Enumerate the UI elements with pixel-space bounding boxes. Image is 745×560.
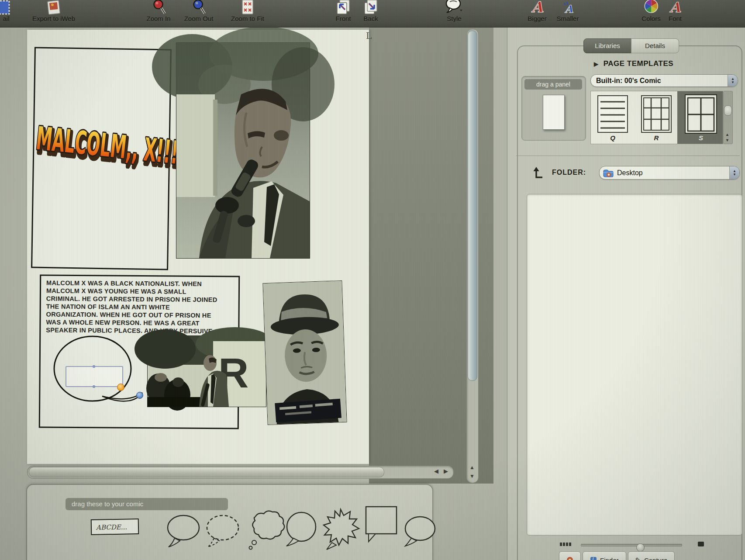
sidebar-divider: [516, 156, 740, 156]
horizontal-scrollbar-thumb[interactable]: [29, 467, 384, 477]
toolbar-button-zoom-to-fit[interactable]: Zoom to Fit: [231, 0, 264, 23]
dashed-ellipse-balloon-shape[interactable]: [203, 512, 243, 552]
toolbar-button-email[interactable]: ail: [0, 0, 12, 23]
iphoto-icon: [566, 557, 573, 560]
starburst-balloon-shape[interactable]: [319, 507, 362, 550]
toolbar-label: Style: [447, 15, 461, 23]
comic-page[interactable]: MALCOLM,, X!!!!! MALCOLM,, X!!!!!: [27, 30, 369, 464]
mini-scroll-down-icon[interactable]: ▼: [725, 138, 729, 142]
stepper-icon[interactable]: ▲ ▼: [728, 75, 738, 86]
scroll-right-icon[interactable]: ▶: [444, 468, 448, 474]
toolbar-label: Font: [669, 15, 682, 23]
ellipse-balloon-shape-2[interactable]: [281, 510, 321, 550]
template-thumbnail-r[interactable]: [639, 95, 674, 133]
export-iweb-icon: [46, 0, 61, 15]
lettering-sample-box[interactable]: ABCDE...: [91, 519, 139, 535]
template-set-dropdown[interactable]: Built-in: 00's Comic ▲ ▼: [590, 74, 738, 87]
vertical-scrollbar[interactable]: ▲ ▼: [466, 29, 479, 483]
finder-icon: [590, 557, 597, 560]
square-balloon-shape[interactable]: [362, 503, 402, 547]
toolbar-label: Zoom to Fit: [231, 15, 264, 23]
template-label-r: R: [639, 134, 674, 142]
bring-to-front-icon: [335, 0, 351, 15]
tab-libraries[interactable]: Libraries: [583, 38, 631, 53]
toolbar-label: Colors: [642, 15, 660, 23]
scroll-down-icon[interactable]: ▼: [469, 473, 475, 479]
toolbar-button-zoom-out[interactable]: Zoom Out: [184, 0, 214, 23]
toolbar-label: Back: [363, 15, 378, 23]
zoom-to-fit-icon: [241, 0, 254, 15]
resize-handle-bottom[interactable]: [93, 385, 95, 388]
mini-scroll-up-icon[interactable]: ▲: [725, 132, 729, 137]
template-mini-scrollbar-knob[interactable]: [724, 105, 732, 116]
file-browser-area[interactable]: [527, 194, 742, 536]
iphoto-source-button[interactable]: [559, 551, 581, 560]
page-corner-mark: L: [366, 31, 372, 41]
tab-details[interactable]: Details: [631, 38, 679, 53]
template-thumbnail-s[interactable]: [683, 95, 718, 133]
text-smaller-icon: A: [561, 0, 574, 15]
finder-source-button[interactable]: Finder: [583, 551, 626, 560]
scroll-up-icon[interactable]: ▲: [469, 464, 475, 470]
template-mini-scrollbar[interactable]: ▲ ▼: [723, 91, 733, 144]
toolbar-label: Front: [335, 15, 351, 23]
toolbar-button-export-iweb[interactable]: Export to iWeb: [32, 0, 75, 23]
folder-stepper-down-icon[interactable]: ▼: [733, 173, 736, 176]
photo-sign-board: [176, 94, 215, 197]
finder-button-label: Finder: [600, 557, 619, 560]
photo-malcolm-x-speaking[interactable]: [176, 42, 310, 259]
scroll-left-icon[interactable]: ◀: [434, 468, 438, 474]
photo-malcolm-x-mugshot[interactable]: [262, 280, 347, 425]
ellipse-balloon-shape[interactable]: [163, 512, 203, 552]
ellipse-balloon-shape-3[interactable]: [401, 514, 436, 554]
toolbar-button-back[interactable]: Back: [363, 0, 379, 23]
template-label-q: Q: [595, 134, 630, 142]
toolbar-button-bigger[interactable]: A Bigger: [528, 0, 546, 23]
toolbar-label: Zoom In: [146, 15, 170, 23]
toolbar-button-colors[interactable]: Colors: [642, 0, 660, 23]
svg-text:A: A: [669, 0, 681, 16]
capture-button-label: Capture: [644, 557, 667, 560]
balloon-style-handle[interactable]: [117, 384, 124, 391]
palette-drag-label: drag these to your comic: [66, 498, 228, 510]
font-icon: A: [668, 0, 683, 15]
folder-stepper-icon[interactable]: ▲ ▼: [729, 166, 739, 179]
capture-source-button[interactable]: ✎ Capture: [628, 551, 675, 560]
pencil-icon: ✎: [635, 556, 641, 560]
comic-life-app-window: ail Export to iWeb Zoom In Zoom Out Zoom…: [0, 0, 745, 560]
balloon-tail-handle[interactable]: [136, 392, 143, 399]
stepper-down-icon[interactable]: ▼: [731, 81, 735, 84]
thumbnail-size-controls: [560, 540, 704, 550]
resize-handle-top[interactable]: [93, 365, 95, 368]
disclosure-triangle-icon[interactable]: ▶: [594, 61, 599, 67]
horizontal-scrollbar[interactable]: ◀ ▶: [27, 466, 454, 479]
folder-up-icon[interactable]: [532, 166, 545, 179]
zoom-in-icon: [151, 0, 166, 15]
page-templates-title: PAGE TEMPLATES: [604, 59, 673, 68]
folder-dropdown[interactable]: Desktop ▲ ▼: [599, 166, 740, 180]
template-set-value: Built-in: 00's Comic: [596, 77, 661, 85]
toolbar-button-style[interactable]: Style: [445, 0, 463, 23]
toolbar-label: ail: [3, 15, 9, 23]
style-balloon-icon: [445, 0, 463, 15]
drag-panel-label: drag a panel: [524, 79, 582, 90]
thumbnail-size-slider[interactable]: [581, 544, 682, 546]
svg-text:A: A: [531, 0, 544, 16]
mail-icon: [0, 0, 12, 15]
toolbar-button-font[interactable]: A Font: [668, 0, 683, 23]
template-thumbnail-q[interactable]: [595, 95, 630, 133]
photo-malcolm-x-rally[interactable]: R: [147, 335, 266, 407]
balloon-text-field[interactable]: [66, 366, 123, 387]
blank-panel-thumbnail[interactable]: [543, 95, 565, 130]
thumbnail-size-slider-thumb[interactable]: [636, 543, 645, 552]
toolbar-button-smaller[interactable]: A Smaller: [557, 0, 579, 23]
right-sidebar: Libraries Details ▶ PAGE TEMPLATES Built…: [507, 27, 745, 560]
vertical-scrollbar-thumb[interactable]: [468, 31, 477, 381]
toolbar-button-zoom-in[interactable]: Zoom In: [146, 0, 170, 23]
drag-a-panel-well[interactable]: drag a panel: [521, 76, 586, 141]
toolbar-button-front[interactable]: Front: [335, 0, 351, 23]
text-bigger-icon: A: [530, 0, 545, 15]
toolbar-label: Bigger: [528, 15, 546, 23]
caption-text[interactable]: MALCOLM X WAS A BLACK NATIONALIST. WHEN …: [46, 280, 232, 336]
cloud-balloon-shape[interactable]: [242, 509, 282, 551]
